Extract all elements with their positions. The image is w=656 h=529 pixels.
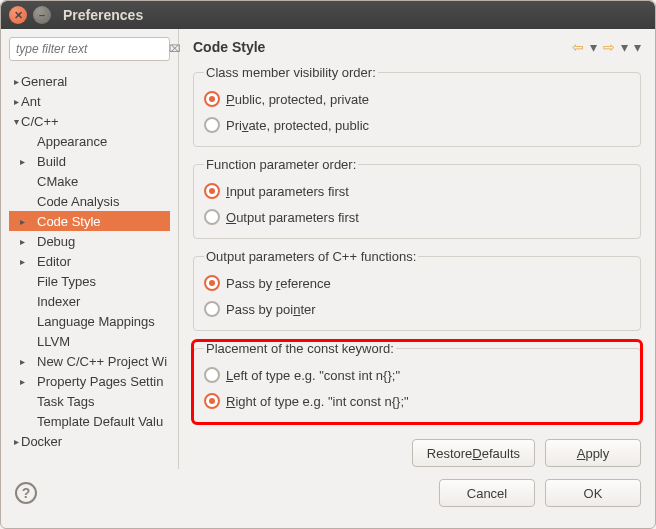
radio-const-right[interactable]: Right of type e.g. "int const n{};" bbox=[204, 388, 630, 414]
group-legend: Placement of the const keyword: bbox=[204, 341, 396, 356]
preferences-tree: ▸General▸Ant▾C/C++Appearance▸BuildCMakeC… bbox=[9, 71, 170, 451]
group-legend: Output parameters of C++ functions: bbox=[204, 249, 418, 264]
nav-icons: ⇦ ▾ ⇨ ▾ ▾ bbox=[572, 39, 641, 55]
tree-item-template-default-valu[interactable]: Template Default Valu bbox=[9, 411, 170, 431]
radio-icon bbox=[204, 183, 220, 199]
radio-const-left[interactable]: Left of type e.g. "const int n{};" bbox=[204, 362, 630, 388]
tree-item-general[interactable]: ▸General bbox=[9, 71, 170, 91]
radio-label: Pass by pointer bbox=[226, 302, 316, 317]
tree-item-label: Template Default Valu bbox=[37, 414, 163, 429]
radio-pass-by-ptr[interactable]: Pass by pointer bbox=[204, 296, 630, 322]
chevron-right-icon[interactable]: ▸ bbox=[17, 256, 27, 267]
back-menu-icon[interactable]: ▾ bbox=[590, 39, 597, 55]
help-icon[interactable]: ? bbox=[15, 482, 37, 504]
tree-item-task-tags[interactable]: Task Tags bbox=[9, 391, 170, 411]
radio-icon bbox=[204, 209, 220, 225]
window-title: Preferences bbox=[63, 7, 143, 23]
view-menu-icon[interactable]: ▾ bbox=[634, 39, 641, 55]
chevron-down-icon[interactable]: ▾ bbox=[11, 116, 21, 127]
radio-output-first[interactable]: Output parameters first bbox=[204, 204, 630, 230]
radio-icon bbox=[204, 367, 220, 383]
group-output-params: Output parameters of C++ functions: Pass… bbox=[193, 249, 641, 331]
tree-item-file-types[interactable]: File Types bbox=[9, 271, 170, 291]
filter-input[interactable] bbox=[14, 41, 169, 57]
group-legend: Function parameter order: bbox=[204, 157, 358, 172]
tree-item-code-analysis[interactable]: Code Analysis bbox=[9, 191, 170, 211]
tree-item-label: CMake bbox=[37, 174, 78, 189]
chevron-right-icon[interactable]: ▸ bbox=[17, 156, 27, 167]
forward-menu-icon[interactable]: ▾ bbox=[621, 39, 628, 55]
chevron-right-icon[interactable]: ▸ bbox=[11, 76, 21, 87]
radio-input-first[interactable]: Input parameters first bbox=[204, 178, 630, 204]
radio-label: Input parameters first bbox=[226, 184, 349, 199]
tree-item-label: Code Style bbox=[37, 214, 101, 229]
tree-item-label: Code Analysis bbox=[37, 194, 119, 209]
tree-item-label: Indexer bbox=[37, 294, 80, 309]
radio-public-first[interactable]: Public, protected, private bbox=[204, 86, 630, 112]
content-pane: Code Style ⇦ ▾ ⇨ ▾ ▾ Class member visibi… bbox=[179, 29, 655, 469]
group-legend: Class member visibility order: bbox=[204, 65, 378, 80]
minimize-icon[interactable]: – bbox=[33, 6, 51, 24]
tree-item-label: LLVM bbox=[37, 334, 70, 349]
radio-icon bbox=[204, 275, 220, 291]
chevron-right-icon[interactable]: ▸ bbox=[11, 96, 21, 107]
tree-item-c-c[interactable]: ▾C/C++ bbox=[9, 111, 170, 131]
radio-label: Public, protected, private bbox=[226, 92, 369, 107]
tree-item-docker[interactable]: ▸Docker bbox=[9, 431, 170, 451]
chevron-right-icon[interactable]: ▸ bbox=[17, 356, 27, 367]
tree-item-label: General bbox=[21, 74, 67, 89]
chevron-right-icon[interactable]: ▸ bbox=[17, 376, 27, 387]
radio-label: Private, protected, public bbox=[226, 118, 369, 133]
apply-button[interactable]: Apply bbox=[545, 439, 641, 467]
tree-item-label: New C/C++ Project Wi bbox=[37, 354, 167, 369]
radio-pass-by-ref[interactable]: Pass by reference bbox=[204, 270, 630, 296]
tree-item-cmake[interactable]: CMake bbox=[9, 171, 170, 191]
restore-defaults-button[interactable]: Restore Defaults bbox=[412, 439, 535, 467]
tree-item-label: Language Mappings bbox=[37, 314, 155, 329]
footer: ? Cancel OK bbox=[1, 469, 655, 521]
tree-item-label: Debug bbox=[37, 234, 75, 249]
radio-label: Output parameters first bbox=[226, 210, 359, 225]
radio-icon bbox=[204, 91, 220, 107]
tree-item-label: C/C++ bbox=[21, 114, 59, 129]
tree-item-label: Ant bbox=[21, 94, 41, 109]
tree-item-ant[interactable]: ▸Ant bbox=[9, 91, 170, 111]
tree-item-appearance[interactable]: Appearance bbox=[9, 131, 170, 151]
chevron-right-icon[interactable]: ▸ bbox=[17, 236, 27, 247]
filter-box[interactable]: ⌧ bbox=[9, 37, 170, 61]
radio-label: Left of type e.g. "const int n{};" bbox=[226, 368, 400, 383]
radio-label: Right of type e.g. "int const n{};" bbox=[226, 394, 409, 409]
group-visibility-order: Class member visibility order: Public, p… bbox=[193, 65, 641, 147]
tree-item-label: Docker bbox=[21, 434, 62, 449]
page-title: Code Style bbox=[193, 39, 572, 55]
group-const-placement: Placement of the const keyword: Left of … bbox=[193, 341, 641, 423]
close-icon[interactable]: ✕ bbox=[9, 6, 27, 24]
radio-icon bbox=[204, 393, 220, 409]
radio-icon bbox=[204, 301, 220, 317]
tree-item-new-c-c-project-wi[interactable]: ▸New C/C++ Project Wi bbox=[9, 351, 170, 371]
tree-item-editor[interactable]: ▸Editor bbox=[9, 251, 170, 271]
tree-item-language-mappings[interactable]: Language Mappings bbox=[9, 311, 170, 331]
forward-icon[interactable]: ⇨ bbox=[603, 39, 615, 55]
cancel-button[interactable]: Cancel bbox=[439, 479, 535, 507]
tree-item-property-pages-settin[interactable]: ▸Property Pages Settin bbox=[9, 371, 170, 391]
tree-item-label: Build bbox=[37, 154, 66, 169]
radio-label: Pass by reference bbox=[226, 276, 331, 291]
tree-item-debug[interactable]: ▸Debug bbox=[9, 231, 170, 251]
chevron-right-icon[interactable]: ▸ bbox=[17, 216, 27, 227]
chevron-right-icon[interactable]: ▸ bbox=[11, 436, 21, 447]
sidebar: ⌧ ▸General▸Ant▾C/C++Appearance▸BuildCMak… bbox=[1, 29, 179, 469]
tree-item-build[interactable]: ▸Build bbox=[9, 151, 170, 171]
tree-item-indexer[interactable]: Indexer bbox=[9, 291, 170, 311]
radio-icon bbox=[204, 117, 220, 133]
tree-item-label: Editor bbox=[37, 254, 71, 269]
tree-item-label: Appearance bbox=[37, 134, 107, 149]
back-icon[interactable]: ⇦ bbox=[572, 39, 584, 55]
tree-item-code-style[interactable]: ▸Code Style bbox=[9, 211, 170, 231]
tree-item-label: Task Tags bbox=[37, 394, 95, 409]
tree-item-llvm[interactable]: LLVM bbox=[9, 331, 170, 351]
tree-item-label: Property Pages Settin bbox=[37, 374, 163, 389]
titlebar: ✕ – Preferences bbox=[1, 1, 655, 29]
radio-private-first[interactable]: Private, protected, public bbox=[204, 112, 630, 138]
ok-button[interactable]: OK bbox=[545, 479, 641, 507]
